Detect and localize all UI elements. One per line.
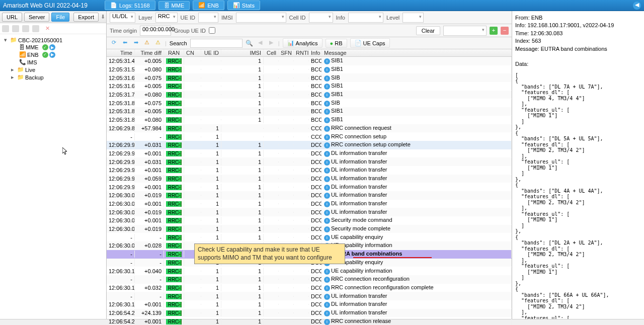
- table-row[interactable]: 12:06:29.995+0.059RRC11DCCHiUL informati…: [107, 175, 512, 183]
- col-ran[interactable]: RAN: [164, 49, 184, 56]
- url-button[interactable]: URL: [2, 13, 22, 22]
- cell-time: -: [107, 133, 135, 140]
- table-row[interactable]: 12:06:30.055+0.019RRC11DCCHiSecurity mod…: [107, 225, 512, 233]
- tab-logs[interactable]: 📄Logs: 51168: [105, 1, 155, 10]
- file-button[interactable]: File: [51, 13, 69, 22]
- table-row[interactable]: 12:06:54.295+24.139RRC11DCCHiUL informat…: [107, 309, 512, 317]
- action2-icon[interactable]: [12, 25, 19, 32]
- group-ue-checkbox[interactable]: [209, 27, 215, 34]
- collapse-icon[interactable]: ◀: [633, 2, 641, 10]
- clear-combo[interactable]: [443, 26, 487, 36]
- table-row[interactable]: 12:06:30.156+0.001RRC11DCCHiDL informati…: [107, 300, 512, 309]
- tree-live[interactable]: ▸ 📁 Live: [2, 66, 104, 73]
- col-ueid[interactable]: UE ID: [201, 49, 221, 56]
- tab-mme[interactable]: 🗄MME: [158, 1, 190, 10]
- tree-enb[interactable]: 📶 ENB ✓ ▶: [2, 51, 104, 58]
- table-row[interactable]: 12:06:29.872+57.984RRC1CCCHiRRC connecti…: [107, 124, 512, 133]
- col-rnti[interactable]: RNTI: [294, 49, 309, 56]
- add-filter-icon[interactable]: +: [490, 27, 498, 35]
- table-row[interactable]: --RRC1CCCHiRRC connection setup: [107, 132, 512, 141]
- table-row[interactable]: --RRC11DCCHiRRC connection reconfigurati…: [107, 275, 512, 284]
- col-cell[interactable]: Cell: [264, 49, 279, 56]
- table-row[interactable]: 12:06:29.903+0.031RRC11DCCHiRRC connecti…: [107, 141, 512, 149]
- back-icon[interactable]: ⬅: [121, 39, 129, 47]
- cell-info: DCCH: [309, 276, 322, 283]
- table-row[interactable]: --RRC11DCCHiUL information transfer: [107, 292, 512, 300]
- tree-backup[interactable]: ▸ 📁 Backup: [2, 73, 104, 81]
- table-row[interactable]: 12:06:30.035+0.019RRC11DCCHiUL informati…: [107, 208, 512, 216]
- level-combo[interactable]: [403, 13, 424, 23]
- tab-enb[interactable]: 📶ENB: [193, 1, 224, 10]
- cell-cn: [184, 86, 201, 87]
- tree-root[interactable]: ▾ 📁 CBC-2021050001: [2, 36, 104, 44]
- table-row[interactable]: 12:06:29.904+0.001RRC11DCCHiDL informati…: [107, 149, 512, 158]
- cell-cell: [264, 103, 279, 104]
- fwd-icon[interactable]: ➡: [132, 39, 140, 47]
- table-row[interactable]: 12:05:31.488+0.005RRC1BCCHiSIB1: [107, 57, 512, 65]
- table-row[interactable]: 12:06:30.015+0.019RRC11DCCHiUL informati…: [107, 191, 512, 200]
- col-cn[interactable]: CN: [184, 49, 201, 56]
- download-icon[interactable]: ⬇: [101, 14, 105, 21]
- table-row[interactable]: 12:05:31.803+0.075RRC1BCCHiSIB: [107, 99, 512, 107]
- cell-time: 12:06:30.035: [107, 209, 135, 216]
- cell-ue: [201, 69, 221, 70]
- close-icon[interactable]: ✕: [45, 25, 52, 32]
- action-icon[interactable]: ▶: [49, 52, 55, 58]
- action4-icon[interactable]: [32, 25, 39, 32]
- search-fwd-icon[interactable]: ▶: [267, 39, 275, 47]
- table-row[interactable]: --RRC11DCCHiUE capability enquiry: [107, 233, 512, 241]
- table-row[interactable]: 12:05:31.648+0.005RRC1BCCHiSIB1: [107, 82, 512, 91]
- col-info[interactable]: Info: [309, 49, 322, 56]
- ueid-combo[interactable]: [198, 13, 218, 23]
- remove-filter-icon[interactable]: −: [501, 27, 509, 35]
- table-row[interactable]: 12:05:31.643+0.075RRC1BCCHiSIB: [107, 73, 512, 82]
- table-row[interactable]: 12:06:29.935+0.031RRC11DCCHiUL informati…: [107, 157, 512, 166]
- search-icon[interactable]: 🔍: [246, 40, 253, 47]
- cell-imsi: 1: [221, 301, 264, 308]
- table-row[interactable]: 12:06:29.936+0.001RRC11DCCHiDL informati…: [107, 166, 512, 175]
- tree-ims[interactable]: 📞 IMS: [2, 58, 104, 66]
- col-imsi[interactable]: IMSI: [221, 49, 264, 56]
- uldl-combo[interactable]: UL/DL: [110, 13, 135, 23]
- analytics-button[interactable]: 📊Analytics: [283, 38, 323, 48]
- cell-time: -: [107, 276, 135, 283]
- table-row[interactable]: 12:06:30.016+0.001RRC11DCCHiDL informati…: [107, 200, 512, 208]
- tab-stats[interactable]: 📊Stats: [227, 1, 260, 10]
- table-row[interactable]: 12:05:31.568+0.080RRC1BCCHiSIB1: [107, 65, 512, 74]
- table-row[interactable]: 12:06:29.996+0.001RRC11DCCHiDL informati…: [107, 183, 512, 191]
- clear-button[interactable]: Clear: [416, 26, 440, 35]
- action-icon[interactable]: ▶: [49, 44, 55, 50]
- action1-icon[interactable]: [2, 25, 9, 32]
- server-button[interactable]: Server: [24, 13, 49, 22]
- table-row[interactable]: 12:05:31.728+0.080RRC1BCCHiSIB1: [107, 91, 512, 99]
- layer-combo[interactable]: RRC: [155, 13, 178, 23]
- table-row[interactable]: 12:06:30.123+0.040RRC11DCCHiUE capabilit…: [107, 267, 512, 275]
- warn-icon[interactable]: ⚠: [143, 39, 151, 47]
- uecaps-button[interactable]: 📄UE Caps: [350, 38, 390, 48]
- cell-msg: iRRC connection reconfiguration complete: [322, 284, 512, 292]
- action3-icon[interactable]: [22, 25, 29, 32]
- search-back-icon[interactable]: ◀: [256, 39, 264, 47]
- col-diff[interactable]: Time diff: [135, 49, 164, 56]
- imsi-combo[interactable]: [236, 13, 286, 23]
- cell-info: BCCH: [309, 57, 322, 64]
- info-combo[interactable]: [348, 13, 383, 23]
- time-origin-input[interactable]: 00:00:00.000: [140, 26, 171, 36]
- table-row[interactable]: 12:05:31.808+0.005RRC1BCCHiSIB1: [107, 107, 512, 116]
- table-row[interactable]: 12:06:30.155+0.032RRC11DCCHiRRC connecti…: [107, 284, 512, 292]
- refresh-icon[interactable]: ⟳: [110, 39, 118, 47]
- rb-button[interactable]: ●RB: [326, 39, 347, 48]
- col-msg[interactable]: Message: [322, 49, 512, 56]
- cell-ue: 1: [201, 318, 221, 325]
- col-time[interactable]: Time: [107, 49, 135, 56]
- cellid-combo[interactable]: [309, 13, 333, 23]
- table-row[interactable]: 12:06:30.036+0.001RRC11DCCHiSecurity mod…: [107, 216, 512, 225]
- tree-mme[interactable]: 🗄 MME ✓ ▶: [2, 44, 104, 51]
- table-row[interactable]: 12:05:31.888+0.080RRC1BCCHiSIB1: [107, 116, 512, 124]
- col-sfn[interactable]: SFN: [279, 49, 294, 56]
- cell-imsi: 1: [221, 83, 264, 90]
- warn2-icon[interactable]: ⚠: [154, 39, 162, 47]
- table-row[interactable]: 12:06:54.296+0.001RRC11DCCHiRRC connecti…: [107, 317, 512, 325]
- search-input[interactable]: [190, 39, 243, 48]
- export-button[interactable]: Export: [73, 13, 99, 22]
